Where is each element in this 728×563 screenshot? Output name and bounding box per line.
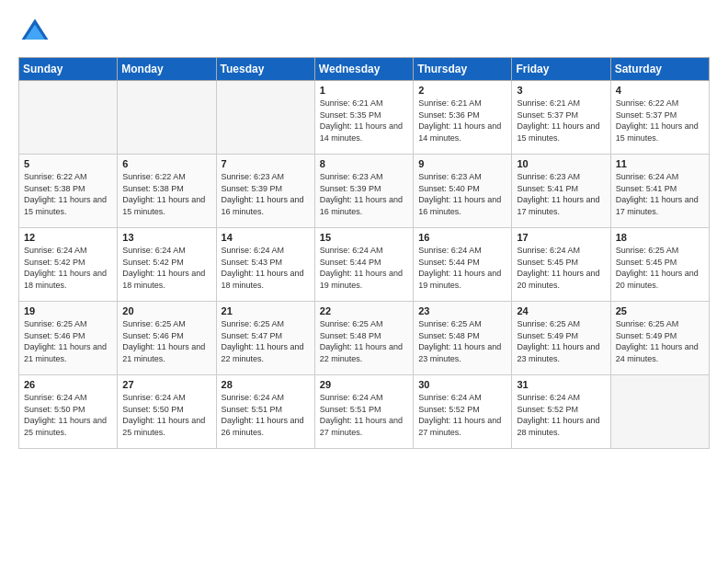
calendar-cell: [216, 81, 314, 155]
calendar-cell: 8Sunrise: 6:23 AMSunset: 5:39 PMDaylight…: [314, 155, 413, 228]
day-info: Sunrise: 6:24 AMSunset: 5:52 PMDaylight:…: [517, 392, 605, 438]
calendar-header-wednesday: Wednesday: [314, 58, 413, 81]
day-info: Sunrise: 6:24 AMSunset: 5:50 PMDaylight:…: [24, 392, 112, 438]
day-number: 27: [122, 379, 210, 390]
calendar-cell: 25Sunrise: 6:25 AMSunset: 5:49 PMDayligh…: [610, 302, 709, 375]
calendar-cell: 3Sunrise: 6:21 AMSunset: 5:37 PMDaylight…: [512, 81, 610, 155]
calendar-cell: 24Sunrise: 6:25 AMSunset: 5:49 PMDayligh…: [512, 302, 610, 375]
day-info: Sunrise: 6:21 AMSunset: 5:37 PMDaylight:…: [517, 98, 605, 144]
calendar-cell: 4Sunrise: 6:22 AMSunset: 5:37 PMDaylight…: [610, 81, 709, 155]
day-number: 30: [418, 379, 506, 390]
day-info: Sunrise: 6:24 AMSunset: 5:43 PMDaylight:…: [222, 245, 310, 291]
calendar-cell: 17Sunrise: 6:24 AMSunset: 5:45 PMDayligh…: [512, 228, 610, 302]
day-number: 12: [24, 232, 112, 243]
day-number: 24: [517, 305, 605, 316]
logo-icon: [18, 15, 51, 48]
day-info: Sunrise: 6:25 AMSunset: 5:49 PMDaylight:…: [616, 318, 704, 364]
day-number: 29: [320, 379, 408, 390]
day-info: Sunrise: 6:23 AMSunset: 5:39 PMDaylight:…: [320, 171, 408, 217]
day-number: 4: [616, 85, 704, 96]
day-number: 10: [517, 158, 605, 169]
calendar-cell: 20Sunrise: 6:25 AMSunset: 5:46 PMDayligh…: [118, 302, 216, 375]
calendar-header-tuesday: Tuesday: [216, 58, 314, 81]
day-info: Sunrise: 6:24 AMSunset: 5:45 PMDaylight:…: [517, 245, 605, 291]
day-info: Sunrise: 6:24 AMSunset: 5:44 PMDaylight:…: [418, 245, 506, 291]
calendar-cell: 16Sunrise: 6:24 AMSunset: 5:44 PMDayligh…: [414, 228, 512, 302]
day-number: 31: [517, 379, 605, 390]
calendar-cell: 13Sunrise: 6:24 AMSunset: 5:42 PMDayligh…: [118, 228, 216, 302]
calendar-cell: 21Sunrise: 6:25 AMSunset: 5:47 PMDayligh…: [216, 302, 314, 375]
day-number: 3: [517, 85, 605, 96]
calendar-header-sunday: Sunday: [19, 58, 118, 81]
day-info: Sunrise: 6:23 AMSunset: 5:39 PMDaylight:…: [222, 171, 310, 217]
day-number: 19: [24, 305, 112, 316]
calendar-cell: 28Sunrise: 6:24 AMSunset: 5:51 PMDayligh…: [216, 375, 314, 449]
calendar-cell: 29Sunrise: 6:24 AMSunset: 5:51 PMDayligh…: [314, 375, 413, 449]
page: SundayMondayTuesdayWednesdayThursdayFrid…: [0, 0, 728, 563]
day-number: 6: [122, 158, 210, 169]
day-number: 23: [418, 305, 506, 316]
calendar-week-3: 12Sunrise: 6:24 AMSunset: 5:42 PMDayligh…: [19, 228, 710, 302]
day-number: 7: [222, 158, 310, 169]
day-number: 1: [320, 85, 408, 96]
calendar-cell: 6Sunrise: 6:22 AMSunset: 5:38 PMDaylight…: [118, 155, 216, 228]
calendar-header-saturday: Saturday: [610, 58, 709, 81]
calendar-cell: 11Sunrise: 6:24 AMSunset: 5:41 PMDayligh…: [610, 155, 709, 228]
day-info: Sunrise: 6:25 AMSunset: 5:49 PMDaylight:…: [517, 318, 605, 364]
day-number: 22: [320, 305, 408, 316]
day-info: Sunrise: 6:24 AMSunset: 5:51 PMDaylight:…: [222, 392, 310, 438]
calendar-header-row: SundayMondayTuesdayWednesdayThursdayFrid…: [19, 58, 710, 81]
day-info: Sunrise: 6:22 AMSunset: 5:38 PMDaylight:…: [24, 171, 112, 217]
calendar-cell: 1Sunrise: 6:21 AMSunset: 5:35 PMDaylight…: [314, 81, 413, 155]
calendar-week-1: 1Sunrise: 6:21 AMSunset: 5:35 PMDaylight…: [19, 81, 710, 155]
calendar-cell: 15Sunrise: 6:24 AMSunset: 5:44 PMDayligh…: [314, 228, 413, 302]
logo: [18, 15, 57, 48]
day-info: Sunrise: 6:24 AMSunset: 5:41 PMDaylight:…: [616, 171, 704, 217]
day-number: 18: [616, 232, 704, 243]
day-number: 2: [418, 85, 506, 96]
calendar-cell: 30Sunrise: 6:24 AMSunset: 5:52 PMDayligh…: [414, 375, 512, 449]
day-number: 17: [517, 232, 605, 243]
day-info: Sunrise: 6:23 AMSunset: 5:41 PMDaylight:…: [517, 171, 605, 217]
calendar-cell: 19Sunrise: 6:25 AMSunset: 5:46 PMDayligh…: [19, 302, 118, 375]
calendar-cell: [19, 81, 118, 155]
calendar-cell: 5Sunrise: 6:22 AMSunset: 5:38 PMDaylight…: [19, 155, 118, 228]
calendar-week-2: 5Sunrise: 6:22 AMSunset: 5:38 PMDaylight…: [19, 155, 710, 228]
day-number: 25: [616, 305, 704, 316]
calendar-cell: 22Sunrise: 6:25 AMSunset: 5:48 PMDayligh…: [314, 302, 413, 375]
calendar-header-monday: Monday: [118, 58, 216, 81]
day-number: 20: [122, 305, 210, 316]
calendar-cell: 10Sunrise: 6:23 AMSunset: 5:41 PMDayligh…: [512, 155, 610, 228]
day-info: Sunrise: 6:25 AMSunset: 5:45 PMDaylight:…: [616, 245, 704, 291]
day-info: Sunrise: 6:24 AMSunset: 5:42 PMDaylight:…: [24, 245, 112, 291]
day-info: Sunrise: 6:25 AMSunset: 5:46 PMDaylight:…: [122, 318, 210, 364]
day-info: Sunrise: 6:24 AMSunset: 5:52 PMDaylight:…: [418, 392, 506, 438]
day-number: 11: [616, 158, 704, 169]
header: [18, 15, 710, 48]
calendar-cell: 9Sunrise: 6:23 AMSunset: 5:40 PMDaylight…: [414, 155, 512, 228]
day-number: 21: [222, 305, 310, 316]
calendar-week-5: 26Sunrise: 6:24 AMSunset: 5:50 PMDayligh…: [19, 375, 710, 449]
day-info: Sunrise: 6:24 AMSunset: 5:42 PMDaylight:…: [122, 245, 210, 291]
calendar-cell: 27Sunrise: 6:24 AMSunset: 5:50 PMDayligh…: [118, 375, 216, 449]
calendar-cell: 2Sunrise: 6:21 AMSunset: 5:36 PMDaylight…: [414, 81, 512, 155]
calendar-cell: 7Sunrise: 6:23 AMSunset: 5:39 PMDaylight…: [216, 155, 314, 228]
day-number: 26: [24, 379, 112, 390]
day-info: Sunrise: 6:25 AMSunset: 5:48 PMDaylight:…: [418, 318, 506, 364]
day-info: Sunrise: 6:21 AMSunset: 5:35 PMDaylight:…: [320, 98, 408, 144]
calendar-cell: 23Sunrise: 6:25 AMSunset: 5:48 PMDayligh…: [414, 302, 512, 375]
day-info: Sunrise: 6:25 AMSunset: 5:48 PMDaylight:…: [320, 318, 408, 364]
calendar-cell: 31Sunrise: 6:24 AMSunset: 5:52 PMDayligh…: [512, 375, 610, 449]
calendar-header-friday: Friday: [512, 58, 610, 81]
calendar-cell: 26Sunrise: 6:24 AMSunset: 5:50 PMDayligh…: [19, 375, 118, 449]
day-number: 8: [320, 158, 408, 169]
day-number: 14: [222, 232, 310, 243]
day-info: Sunrise: 6:25 AMSunset: 5:46 PMDaylight:…: [24, 318, 112, 364]
day-info: Sunrise: 6:24 AMSunset: 5:50 PMDaylight:…: [122, 392, 210, 438]
calendar-cell: 14Sunrise: 6:24 AMSunset: 5:43 PMDayligh…: [216, 228, 314, 302]
day-number: 15: [320, 232, 408, 243]
day-info: Sunrise: 6:23 AMSunset: 5:40 PMDaylight:…: [418, 171, 506, 217]
calendar-week-4: 19Sunrise: 6:25 AMSunset: 5:46 PMDayligh…: [19, 302, 710, 375]
day-number: 13: [122, 232, 210, 243]
day-info: Sunrise: 6:21 AMSunset: 5:36 PMDaylight:…: [418, 98, 506, 144]
